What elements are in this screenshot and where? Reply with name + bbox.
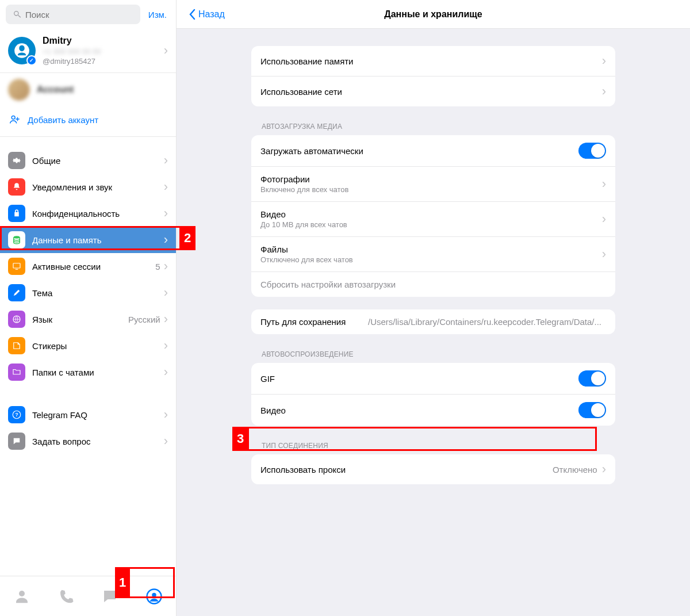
menu-theme[interactable]: Тема ›	[0, 280, 176, 306]
person-icon	[13, 588, 30, 605]
search-field[interactable]	[6, 5, 140, 24]
proxy-value: Отключено	[553, 465, 597, 475]
settings-menu: Общие › Уведомления и звук › Конфиденциа…	[0, 137, 176, 454]
tab-calls[interactable]	[48, 582, 84, 611]
row-storage-usage[interactable]: Использование памяти ›	[251, 46, 615, 76]
sticker-icon	[8, 337, 25, 354]
gear-icon	[8, 152, 25, 169]
profile-block[interactable]: Dmitry +1 000 000 00 00 @dmitry185427 ›	[0, 29, 176, 73]
gif-toggle[interactable]	[578, 370, 606, 387]
row-files[interactable]: Файлы Отключено для всех чатов ›	[251, 237, 615, 272]
menu-data-storage[interactable]: Данные и память ›	[0, 227, 176, 253]
profile-name: Dmitry	[43, 36, 164, 46]
chevron-right-icon: ›	[602, 177, 606, 192]
back-label: Назад	[198, 9, 225, 20]
svg-point-2	[14, 236, 20, 239]
chevron-right-icon: ›	[164, 206, 168, 221]
connection-header: ТИП СОЕДИНЕНИЯ	[251, 437, 615, 454]
lock-icon	[8, 205, 25, 222]
usage-group: Использование памяти › Использование сет…	[251, 46, 615, 106]
row-label: Путь для сохранения	[260, 317, 346, 327]
row-label: Видео	[260, 405, 286, 415]
menu-sessions[interactable]: Активные сессии 5 ›	[0, 253, 176, 280]
savepath-group: Путь для сохранения /Users/lisa/Library/…	[251, 309, 615, 334]
tab-settings[interactable]	[136, 582, 172, 611]
profile-phone: +1 000 000 00 00	[43, 47, 164, 56]
chevron-right-icon: ›	[602, 462, 606, 477]
chevron-right-icon: ›	[164, 153, 168, 168]
devices-icon	[8, 258, 25, 275]
svg-point-9	[152, 592, 156, 597]
edit-button[interactable]: Изм.	[145, 10, 170, 20]
phone-icon	[57, 588, 75, 605]
avatar	[8, 37, 36, 64]
menu-ask[interactable]: Задать вопрос ›	[0, 428, 176, 454]
menu-folders-label: Папки с чатами	[32, 368, 164, 377]
add-account-button[interactable]: Добавить аккаунт	[0, 106, 176, 137]
row-video[interactable]: Видео До 10 MB для всех чатов ›	[251, 202, 615, 237]
database-icon	[8, 231, 25, 248]
search-icon	[13, 10, 22, 19]
row-label: GIF	[260, 374, 275, 384]
search-input[interactable]	[25, 10, 133, 20]
connection-group: Использовать прокси Отключено ›	[251, 454, 615, 484]
row-label: Использование сети	[260, 87, 342, 97]
menu-general[interactable]: Общие ›	[0, 147, 176, 174]
svg-point-1	[12, 116, 15, 119]
secondary-avatar	[8, 79, 30, 101]
chevron-right-icon: ›	[602, 247, 606, 262]
tab-bar	[0, 576, 176, 616]
svg-point-7	[19, 591, 25, 596]
chat-bubble-icon	[8, 433, 25, 450]
chevron-left-icon	[188, 9, 196, 20]
row-reset-autoload[interactable]: Сбросить настройки автозагрузки	[251, 272, 615, 297]
main-panel: Назад Данные и хранилище Использование п…	[177, 0, 690, 616]
row-photos[interactable]: Фотографии Включено для всех чатов ›	[251, 167, 615, 202]
menu-stickers[interactable]: Стикеры ›	[0, 332, 176, 359]
annotation-2: 2	[179, 226, 195, 250]
save-path-value: /Users/lisa/Library/Containers/ru.keepco…	[368, 317, 601, 327]
auto-download-toggle[interactable]	[578, 143, 606, 159]
tab-contacts[interactable]	[4, 582, 40, 611]
row-gif[interactable]: GIF	[251, 363, 615, 395]
autoplay-header: АВТОВОСПРОИЗВЕДЕНИЕ	[251, 346, 615, 363]
secondary-account[interactable]: Account	[0, 73, 176, 106]
chevron-right-icon: ›	[164, 338, 168, 353]
row-video-autoplay[interactable]: Видео	[251, 395, 615, 426]
settings-avatar-icon	[145, 588, 163, 605]
row-sublabel: Включено для всех чатов	[260, 185, 602, 194]
globe-icon	[8, 311, 25, 328]
sessions-count: 5	[155, 262, 160, 271]
bell-icon	[8, 178, 25, 196]
verified-badge-icon	[26, 55, 37, 66]
question-icon: ?	[8, 406, 25, 423]
row-save-path[interactable]: Путь для сохранения /Users/lisa/Library/…	[251, 309, 615, 334]
back-button[interactable]: Назад	[188, 9, 225, 20]
chevron-right-icon: ›	[164, 43, 168, 58]
menu-notifications[interactable]: Уведомления и звук ›	[0, 174, 176, 200]
folder-icon	[8, 364, 25, 381]
menu-general-label: Общие	[32, 156, 164, 166]
autoplay-group: GIF Видео	[251, 363, 615, 426]
row-label: Сбросить настройки автозагрузки	[260, 280, 396, 289]
row-proxy[interactable]: Использовать прокси Отключено ›	[251, 454, 615, 484]
menu-language-label: Язык	[32, 315, 128, 324]
menu-faq[interactable]: ? Telegram FAQ ›	[0, 401, 176, 428]
svg-rect-3	[13, 263, 20, 268]
video-autoplay-toggle[interactable]	[578, 402, 606, 418]
chevron-right-icon: ›	[164, 407, 168, 422]
chevron-right-icon: ›	[602, 212, 606, 227]
menu-folders[interactable]: Папки с чатами ›	[0, 359, 176, 385]
menu-theme-label: Тема	[32, 288, 164, 298]
automedia-header: АВТОЗАГРУЗКА МЕДИА	[251, 118, 615, 135]
menu-privacy[interactable]: Конфиденциальность ›	[0, 200, 176, 227]
menu-language[interactable]: Язык Русский ›	[0, 306, 176, 332]
row-sublabel: До 10 MB для всех чатов	[260, 220, 602, 229]
sidebar: Изм. Dmitry +1 000 000 00 00 @dmitry1854…	[0, 0, 177, 616]
row-auto-download[interactable]: Загружать автоматически	[251, 135, 615, 167]
menu-ask-label: Задать вопрос	[32, 437, 164, 446]
annotation-3: 3	[232, 427, 248, 451]
annotation-1: 1	[115, 567, 130, 598]
row-network-usage[interactable]: Использование сети ›	[251, 76, 615, 106]
svg-text:?: ?	[15, 412, 18, 418]
